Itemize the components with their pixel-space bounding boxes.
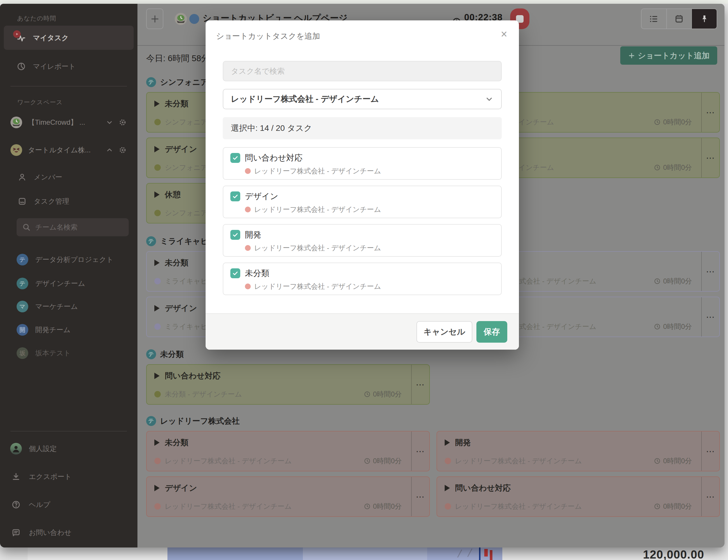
team-color-dot <box>154 503 161 510</box>
gear-icon[interactable] <box>119 118 127 126</box>
card-menu-button[interactable]: ⋯ <box>411 432 429 471</box>
chart-selection-block <box>168 547 303 560</box>
recording-play-badge <box>13 30 21 38</box>
sidebar-team-sakamoto-test[interactable]: 坂 坂本テスト <box>4 344 134 363</box>
chart-selection-block <box>303 547 427 560</box>
modal-footer: キャンセル 保存 <box>206 313 519 350</box>
task-card[interactable]: 未分類 レッドリーフ株式会社 - デザインチーム0時間0分 ⋯ <box>146 431 430 471</box>
workspace-item-turtletime[interactable]: タートルタイム株... <box>4 140 134 160</box>
task-option-team: レッドリーフ株式会社 - デザインチーム <box>254 166 381 176</box>
add-task-button[interactable] <box>146 8 163 29</box>
sidebar-item-my-report[interactable]: マイレポート <box>4 56 134 77</box>
play-icon[interactable] <box>154 146 160 152</box>
card-menu-button[interactable]: ⋯ <box>701 252 719 291</box>
gear-icon[interactable] <box>119 146 127 154</box>
help-icon <box>11 500 21 509</box>
task-time: 0時間0分 <box>654 322 695 331</box>
card-menu-button[interactable]: ⋯ <box>701 297 719 337</box>
card-menu-button[interactable]: ⋯ <box>701 138 719 177</box>
task-time: 0時間0分 <box>654 502 695 511</box>
team-name: マーケチーム <box>35 302 78 311</box>
checkbox-checked[interactable] <box>230 191 240 201</box>
chevron-up-icon[interactable] <box>106 146 113 154</box>
play-icon[interactable] <box>154 305 160 311</box>
card-menu-button[interactable]: ⋯ <box>701 477 719 516</box>
team-search-input[interactable] <box>17 218 129 236</box>
team-color-dot <box>154 323 161 330</box>
team-avatar: テ <box>17 278 28 289</box>
cancel-button[interactable]: キャンセル <box>416 321 472 343</box>
team-avatar: テ <box>146 349 156 359</box>
sidebar-item-export[interactable]: エクスポート <box>4 466 134 487</box>
task-time: 0時間0分 <box>654 117 695 127</box>
ellipsis-icon: ⋯ <box>706 492 715 502</box>
play-icon[interactable] <box>154 101 160 107</box>
plus-icon <box>628 52 635 59</box>
workspace-item-timecrowd[interactable]: 【TimeCrowd】 ... <box>4 113 134 132</box>
check-icon <box>232 231 239 238</box>
team-color-dot <box>154 119 161 125</box>
checkbox-checked[interactable] <box>230 230 240 240</box>
team-color-dot <box>445 503 451 510</box>
sidebar-item-personal-settings[interactable]: 個人設定 <box>4 439 134 459</box>
play-icon[interactable] <box>154 191 160 198</box>
sidebar-team-design[interactable]: テ デザインチーム <box>4 274 134 293</box>
user-avatar <box>10 443 22 455</box>
task-option[interactable]: 未分類 レッドリーフ株式会社 - デザインチーム <box>223 263 502 295</box>
clock-icon <box>654 457 661 464</box>
add-shortcut-task-modal: ショートカットタスクを追加 × レッドリーフ株式会社 - デザインチーム 選択中… <box>206 20 519 350</box>
task-option[interactable]: 開発 レッドリーフ株式会社 - デザインチーム <box>223 224 502 257</box>
sidebar-item-label: 個人設定 <box>29 444 57 453</box>
sidebar-team-data-analysis[interactable]: テ データ分析プロジェクト <box>4 250 134 269</box>
play-icon[interactable] <box>154 485 160 491</box>
play-icon[interactable] <box>154 373 160 379</box>
chevron-down-icon[interactable] <box>106 119 113 126</box>
sidebar-item-members[interactable]: メンバー <box>4 167 134 187</box>
sidebar-team-marketing[interactable]: マ マーケチーム <box>4 297 134 316</box>
view-calendar-button[interactable] <box>667 9 692 29</box>
play-icon[interactable] <box>154 439 160 446</box>
task-board-icon <box>17 197 27 206</box>
card-menu-button[interactable]: ⋯ <box>701 432 719 471</box>
clock-icon <box>654 278 661 285</box>
sidebar-item-label: マイレポート <box>33 62 76 71</box>
play-icon[interactable] <box>154 260 160 266</box>
task-title: デザイン <box>165 483 197 493</box>
card-menu-button[interactable]: ⋯ <box>701 93 719 132</box>
task-card[interactable]: 問い合わせ対応 未分類 - デザインチーム0時間0分 ⋯ <box>146 364 430 405</box>
task-team: レッドリーフ株式会社 - デザインチーム <box>165 456 292 466</box>
team-name: 坂本テスト <box>35 348 71 358</box>
task-title: 未分類 <box>165 437 188 448</box>
task-card[interactable]: 開発 レッドリーフ株式会社 - デザインチーム0時間0分 ⋯ <box>436 431 720 471</box>
selection-summary: 選択中: 14 / 20 タスク <box>223 117 502 139</box>
sidebar-item-task-management[interactable]: タスク管理 <box>4 191 134 212</box>
play-icon[interactable] <box>445 439 450 446</box>
team-avatar: マ <box>17 301 28 312</box>
team-avatar: テ <box>146 236 156 246</box>
view-pin-button[interactable] <box>692 9 717 29</box>
task-search-input[interactable] <box>223 61 502 81</box>
sidebar-team-development[interactable]: 開 開発チーム <box>4 320 134 339</box>
checkbox-checked[interactable] <box>230 153 240 163</box>
play-icon[interactable] <box>445 485 450 491</box>
task-card[interactable]: デザイン レッドリーフ株式会社 - デザインチーム0時間0分 ⋯ <box>146 476 430 517</box>
card-menu-button[interactable]: ⋯ <box>411 477 429 516</box>
task-title: 問い合わせ対応 <box>165 371 221 381</box>
candlestick <box>490 550 492 560</box>
plus-icon <box>150 14 160 24</box>
task-time: 0時間0分 <box>654 456 695 466</box>
add-shortcut-button[interactable]: ショートカット追加 <box>620 46 717 65</box>
close-icon[interactable]: × <box>499 27 509 41</box>
view-list-button[interactable] <box>641 9 667 29</box>
save-button[interactable]: 保存 <box>476 321 507 343</box>
team-selector[interactable]: レッドリーフ株式会社 - デザインチーム <box>223 89 502 109</box>
sidebar-item-my-tasks[interactable]: マイタスク <box>4 26 134 50</box>
task-option[interactable]: 問い合わせ対応 レッドリーフ株式会社 - デザインチーム <box>223 147 502 180</box>
task-card[interactable]: 問い合わせ対応 レッドリーフ株式会社 - デザインチーム0時間0分 ⋯ <box>436 476 720 517</box>
sidebar-item-help[interactable]: ヘルプ <box>4 494 134 515</box>
sidebar-item-contact[interactable]: お問い合わせ <box>4 522 134 543</box>
team-color-dot <box>154 391 161 397</box>
checkbox-checked[interactable] <box>230 268 240 278</box>
task-option[interactable]: デザイン レッドリーフ株式会社 - デザインチーム <box>223 186 502 218</box>
card-menu-button[interactable]: ⋯ <box>411 365 429 404</box>
